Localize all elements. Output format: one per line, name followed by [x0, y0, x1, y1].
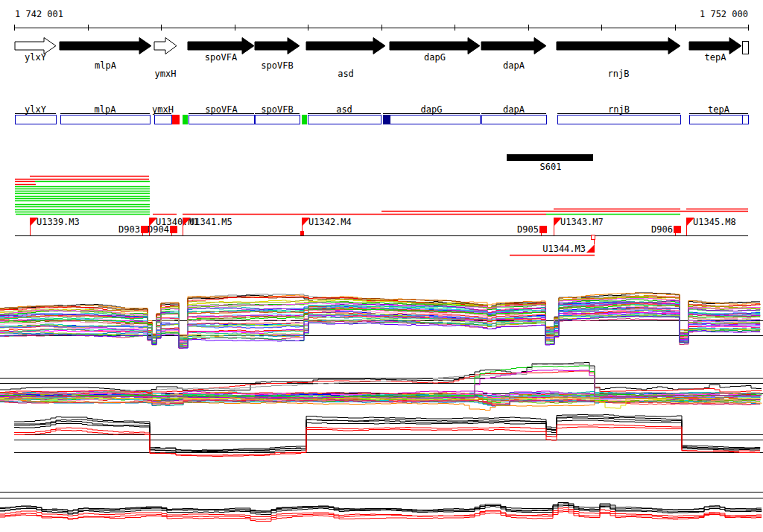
gene-arrow-label: dapG — [424, 52, 446, 63]
gene-arrow[interactable] — [154, 38, 177, 54]
probe-label: U1341.M5 — [189, 217, 232, 227]
ruler — [14, 25, 749, 31]
small-orf-box — [743, 42, 749, 54]
gene-box-label: mlpA — [95, 104, 117, 115]
s601-bar[interactable] — [507, 154, 593, 161]
probe-label: D905 — [517, 224, 539, 235]
gene-box[interactable] — [256, 115, 300, 124]
probe-U1343.M7[interactable]: U1343.M7 — [554, 217, 604, 235]
gene-box-label: spoVFB — [261, 104, 293, 115]
gene-box-label: spoVFA — [205, 104, 238, 115]
gene-ymxH[interactable]: ymxHymxH — [152, 38, 177, 124]
gene-box-label: asd — [336, 104, 352, 115]
probe-label: U1344.M3 — [542, 244, 586, 254]
gene-arrow[interactable] — [255, 38, 300, 54]
probe-U1342.M4[interactable]: U1342.M4 — [300, 217, 352, 235]
gene-box[interactable] — [482, 115, 547, 124]
probe-U1344.M3[interactable]: U1344.M3 — [510, 235, 595, 256]
probe-U1339.M3[interactable]: U1339.M3 — [30, 217, 80, 235]
gene-spoVFA[interactable]: spoVFAspoVFA — [188, 38, 255, 124]
probe-square[interactable] — [539, 226, 547, 233]
expression-trace — [0, 363, 762, 391]
gene-box[interactable] — [690, 115, 749, 124]
gene-arrow[interactable] — [60, 38, 151, 54]
gene-spoVFB[interactable]: spoVFBspoVFB — [255, 38, 300, 124]
gene-box[interactable] — [558, 115, 681, 124]
genome-browser-window: 1 742 001 1 752 000 S601 ylxYylxYmlpAmlp… — [0, 0, 763, 532]
probe-base-mark — [592, 235, 595, 240]
probe-label: U1343.M7 — [560, 217, 604, 227]
browser-canvas: ylxYylxYmlpAmlpAymxHymxHspoVFAspoVFAspoV… — [0, 0, 763, 532]
segment-lines — [15, 177, 748, 215]
probe-label: D906 — [651, 224, 673, 235]
expression-track-4 — [0, 493, 763, 522]
probe-label: U1339.M3 — [37, 217, 80, 227]
gene-box-label: tepA — [708, 104, 730, 115]
probe-label: D903 — [118, 224, 140, 235]
gene-box[interactable] — [189, 115, 255, 124]
gene-arrow-label: ymxH — [155, 69, 177, 79]
gene-arrow[interactable] — [557, 38, 680, 54]
probe-square[interactable] — [674, 226, 681, 233]
gene-box[interactable] — [155, 115, 172, 124]
gene-arrow-label: asd — [338, 69, 354, 79]
probe-U1345.M8[interactable]: U1345.M8 — [686, 217, 736, 235]
gene-mlpA[interactable]: mlpAmlpA — [60, 38, 151, 124]
probe-D905[interactable]: D905 — [517, 224, 547, 235]
gene-arrow-label: spoVFA — [205, 52, 238, 63]
probe-U1341.M5[interactable]: U1341.M5 — [183, 217, 232, 235]
gene-box-label: rnjB — [608, 104, 630, 115]
expression-track-1 — [0, 293, 763, 349]
expression-trace — [0, 506, 762, 515]
gene-box[interactable] — [61, 115, 151, 124]
gene-box-mark — [302, 115, 307, 124]
gene-arrow[interactable] — [481, 38, 546, 54]
gene-box-mark — [383, 115, 390, 124]
expression-trace — [14, 427, 760, 457]
gene-arrow-label: rnjB — [608, 69, 630, 79]
gene-box-mark — [172, 115, 180, 124]
gene-box[interactable] — [308, 115, 382, 124]
gene-box[interactable] — [16, 115, 57, 124]
probe-D903[interactable]: D903 — [118, 224, 148, 235]
gene-box-label: dapG — [421, 104, 443, 115]
expression-track-2 — [0, 363, 763, 411]
gene-box-label: ylxY — [25, 104, 47, 115]
gene-ylxY[interactable]: ylxYylxY — [15, 38, 57, 124]
gene-rnjB[interactable]: rnjBrnjB — [557, 38, 681, 124]
gene-arrow-label: ylxY — [25, 52, 47, 63]
gene-arrow-label: tepA — [705, 52, 727, 63]
gene-asd[interactable]: asdasd — [306, 38, 385, 124]
probe-track: D903D904D905D906U1339.M3U1340.M1U1341.M5… — [15, 217, 748, 256]
expression-track-3 — [14, 415, 763, 457]
gene-dapG[interactable]: dapGdapG — [383, 38, 481, 124]
gene-tepA[interactable]: tepAtepA — [689, 38, 749, 125]
gene-box-label: ymxH — [152, 104, 174, 115]
probe-base-mark — [300, 231, 304, 235]
probe-label: U1342.M4 — [308, 217, 352, 227]
probe-flag[interactable] — [586, 244, 595, 253]
gene-dapA[interactable]: dapAdapA — [481, 38, 547, 124]
gene-arrow-label: mlpA — [95, 60, 117, 71]
gene-arrow-label: dapA — [503, 60, 525, 71]
probe-D906[interactable]: D906 — [651, 224, 681, 235]
probe-label: U1345.M8 — [693, 217, 736, 227]
gene-arrow-label: spoVFB — [261, 60, 293, 71]
gene-box-mark — [183, 115, 188, 124]
gene-box[interactable] — [384, 115, 481, 124]
gene-box-label: dapA — [503, 104, 525, 115]
gene-arrow[interactable] — [306, 38, 385, 54]
